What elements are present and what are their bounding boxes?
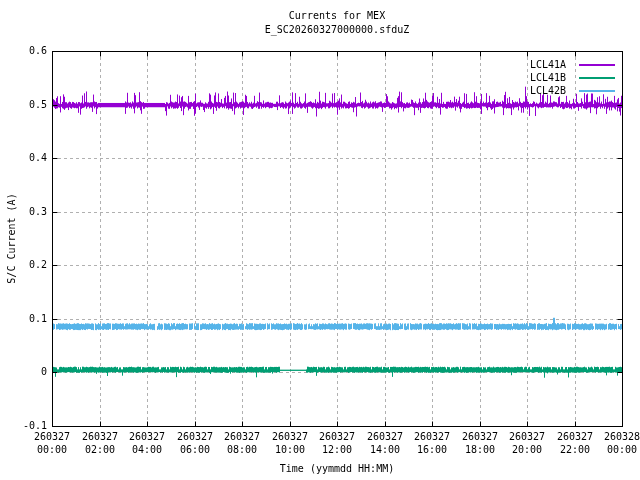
legend-item: LCL41B	[530, 71, 615, 84]
x-tick-label: 26032706:00	[169, 430, 221, 456]
y-tick-label: 0.6	[0, 45, 47, 57]
x-tick-time: 02:00	[74, 443, 126, 456]
legend: LCL41ALCL41BLCL42B	[530, 58, 615, 97]
x-tick-time: 00:00	[596, 443, 640, 456]
x-tick-time: 04:00	[121, 443, 173, 456]
x-tick-label: 26032704:00	[121, 430, 173, 456]
legend-item: LCL42B	[530, 84, 615, 97]
x-tick-date: 260327	[454, 430, 506, 443]
x-tick-date: 260327	[406, 430, 458, 443]
x-tick-date: 260327	[74, 430, 126, 443]
y-tick-label: 0.4	[0, 152, 47, 164]
y-tick-label: 0.2	[0, 259, 47, 271]
x-tick-label: 26032722:00	[549, 430, 601, 456]
x-tick-label: 26032714:00	[359, 430, 411, 456]
legend-item: LCL41A	[530, 58, 615, 71]
x-tick-time: 16:00	[406, 443, 458, 456]
legend-label: LCL41A	[530, 58, 566, 71]
x-tick-date: 260327	[169, 430, 221, 443]
y-tick-label: 0	[0, 366, 47, 378]
x-tick-time: 08:00	[216, 443, 268, 456]
chart-subtitle: E_SC20260327000000.sfduZ	[52, 24, 622, 36]
y-tick-label: 0.5	[0, 99, 47, 111]
x-tick-date: 260327	[359, 430, 411, 443]
x-tick-date: 260328	[596, 430, 640, 443]
x-tick-date: 260327	[264, 430, 316, 443]
x-tick-time: 22:00	[549, 443, 601, 456]
x-tick-time: 14:00	[359, 443, 411, 456]
x-tick-date: 260327	[216, 430, 268, 443]
x-tick-time: 00:00	[26, 443, 78, 456]
legend-label: LCL41B	[530, 71, 566, 84]
x-axis-label: Time (yymmdd HH:MM)	[52, 462, 622, 475]
gnuplot-window: { "title": "Currents for MEX", "subtitle…	[0, 0, 640, 480]
legend-line-sample	[579, 77, 615, 79]
legend-label: LCL42B	[530, 84, 566, 97]
x-tick-label: 26032718:00	[454, 430, 506, 456]
x-tick-label: 26032800:00	[596, 430, 640, 456]
y-tick-label: 0.3	[0, 206, 47, 218]
y-tick-label: 0.1	[0, 313, 47, 325]
x-tick-date: 260327	[311, 430, 363, 443]
x-tick-label: 26032710:00	[264, 430, 316, 456]
x-tick-label: 26032700:00	[26, 430, 78, 456]
x-tick-date: 260327	[26, 430, 78, 443]
chart-title: Currents for MEX	[52, 10, 622, 22]
x-tick-label: 26032708:00	[216, 430, 268, 456]
legend-line-sample	[579, 64, 615, 66]
x-tick-date: 260327	[121, 430, 173, 443]
x-tick-time: 20:00	[501, 443, 553, 456]
x-tick-label: 26032702:00	[74, 430, 126, 456]
legend-line-sample	[579, 90, 615, 92]
x-tick-label: 26032712:00	[311, 430, 363, 456]
x-tick-time: 18:00	[454, 443, 506, 456]
x-tick-date: 260327	[501, 430, 553, 443]
x-tick-time: 06:00	[169, 443, 221, 456]
x-tick-time: 12:00	[311, 443, 363, 456]
x-tick-label: 26032720:00	[501, 430, 553, 456]
x-tick-date: 260327	[549, 430, 601, 443]
x-tick-time: 10:00	[264, 443, 316, 456]
x-tick-label: 26032716:00	[406, 430, 458, 456]
